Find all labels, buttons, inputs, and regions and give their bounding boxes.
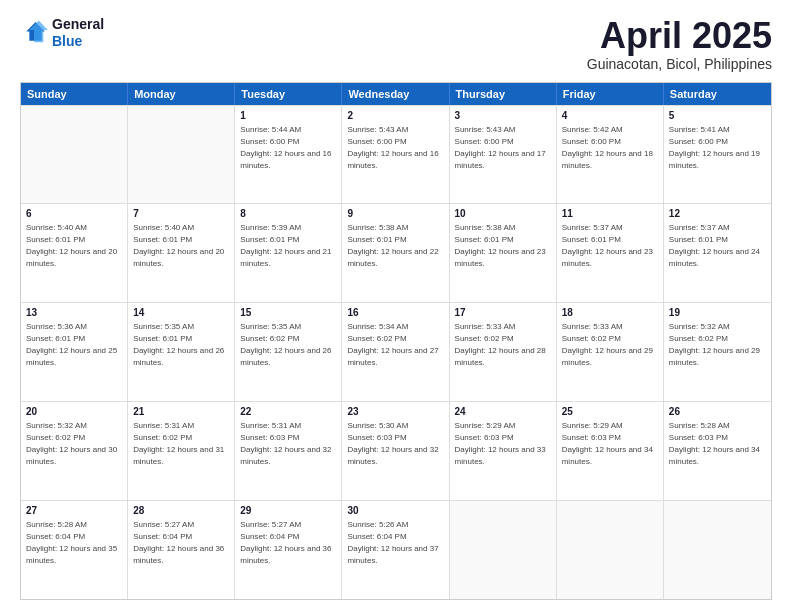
day-number: 25 [562, 405, 658, 419]
calendar-cell: 10Sunrise: 5:38 AM Sunset: 6:01 PM Dayli… [450, 204, 557, 302]
calendar-cell: 7Sunrise: 5:40 AM Sunset: 6:01 PM Daylig… [128, 204, 235, 302]
day-number: 11 [562, 207, 658, 221]
day-info: Sunrise: 5:39 AM Sunset: 6:01 PM Dayligh… [240, 222, 336, 270]
day-number: 4 [562, 109, 658, 123]
calendar-row: 6Sunrise: 5:40 AM Sunset: 6:01 PM Daylig… [21, 203, 771, 302]
day-info: Sunrise: 5:43 AM Sunset: 6:00 PM Dayligh… [347, 124, 443, 172]
calendar-body: 1Sunrise: 5:44 AM Sunset: 6:00 PM Daylig… [21, 105, 771, 599]
calendar-cell [664, 501, 771, 599]
day-number: 16 [347, 306, 443, 320]
calendar-cell: 21Sunrise: 5:31 AM Sunset: 6:02 PM Dayli… [128, 402, 235, 500]
day-info: Sunrise: 5:42 AM Sunset: 6:00 PM Dayligh… [562, 124, 658, 172]
day-number: 24 [455, 405, 551, 419]
day-info: Sunrise: 5:40 AM Sunset: 6:01 PM Dayligh… [26, 222, 122, 270]
day-number: 2 [347, 109, 443, 123]
logo: General Blue [20, 16, 104, 50]
day-info: Sunrise: 5:28 AM Sunset: 6:03 PM Dayligh… [669, 420, 766, 468]
subtitle: Guinacotan, Bicol, Philippines [587, 56, 772, 72]
day-number: 21 [133, 405, 229, 419]
day-number: 15 [240, 306, 336, 320]
day-info: Sunrise: 5:41 AM Sunset: 6:00 PM Dayligh… [669, 124, 766, 172]
day-number: 28 [133, 504, 229, 518]
calendar-cell: 12Sunrise: 5:37 AM Sunset: 6:01 PM Dayli… [664, 204, 771, 302]
day-number: 9 [347, 207, 443, 221]
calendar-cell: 4Sunrise: 5:42 AM Sunset: 6:00 PM Daylig… [557, 106, 664, 204]
calendar-cell: 14Sunrise: 5:35 AM Sunset: 6:01 PM Dayli… [128, 303, 235, 401]
day-info: Sunrise: 5:34 AM Sunset: 6:02 PM Dayligh… [347, 321, 443, 369]
calendar-cell: 25Sunrise: 5:29 AM Sunset: 6:03 PM Dayli… [557, 402, 664, 500]
day-info: Sunrise: 5:27 AM Sunset: 6:04 PM Dayligh… [240, 519, 336, 567]
calendar: SundayMondayTuesdayWednesdayThursdayFrid… [20, 82, 772, 600]
calendar-cell: 20Sunrise: 5:32 AM Sunset: 6:02 PM Dayli… [21, 402, 128, 500]
calendar-cell: 30Sunrise: 5:26 AM Sunset: 6:04 PM Dayli… [342, 501, 449, 599]
calendar-header-day: Monday [128, 83, 235, 105]
calendar-header-day: Wednesday [342, 83, 449, 105]
day-number: 26 [669, 405, 766, 419]
day-number: 22 [240, 405, 336, 419]
day-info: Sunrise: 5:30 AM Sunset: 6:03 PM Dayligh… [347, 420, 443, 468]
header: General Blue April 2025 Guinacotan, Bico… [20, 16, 772, 72]
calendar-cell: 16Sunrise: 5:34 AM Sunset: 6:02 PM Dayli… [342, 303, 449, 401]
day-info: Sunrise: 5:32 AM Sunset: 6:02 PM Dayligh… [669, 321, 766, 369]
day-info: Sunrise: 5:29 AM Sunset: 6:03 PM Dayligh… [562, 420, 658, 468]
day-number: 18 [562, 306, 658, 320]
calendar-cell: 19Sunrise: 5:32 AM Sunset: 6:02 PM Dayli… [664, 303, 771, 401]
day-info: Sunrise: 5:44 AM Sunset: 6:00 PM Dayligh… [240, 124, 336, 172]
title-block: April 2025 Guinacotan, Bicol, Philippine… [587, 16, 772, 72]
logo-general: General [52, 16, 104, 32]
day-number: 8 [240, 207, 336, 221]
calendar-cell: 5Sunrise: 5:41 AM Sunset: 6:00 PM Daylig… [664, 106, 771, 204]
calendar-header-day: Tuesday [235, 83, 342, 105]
calendar-row: 1Sunrise: 5:44 AM Sunset: 6:00 PM Daylig… [21, 105, 771, 204]
calendar-cell: 2Sunrise: 5:43 AM Sunset: 6:00 PM Daylig… [342, 106, 449, 204]
calendar-cell: 13Sunrise: 5:36 AM Sunset: 6:01 PM Dayli… [21, 303, 128, 401]
calendar-cell: 24Sunrise: 5:29 AM Sunset: 6:03 PM Dayli… [450, 402, 557, 500]
day-info: Sunrise: 5:43 AM Sunset: 6:00 PM Dayligh… [455, 124, 551, 172]
logo-blue: Blue [52, 33, 82, 49]
calendar-cell [450, 501, 557, 599]
calendar-header: SundayMondayTuesdayWednesdayThursdayFrid… [21, 83, 771, 105]
calendar-header-day: Friday [557, 83, 664, 105]
day-number: 12 [669, 207, 766, 221]
logo-text: General Blue [52, 16, 104, 50]
calendar-cell: 18Sunrise: 5:33 AM Sunset: 6:02 PM Dayli… [557, 303, 664, 401]
calendar-cell: 28Sunrise: 5:27 AM Sunset: 6:04 PM Dayli… [128, 501, 235, 599]
calendar-header-day: Thursday [450, 83, 557, 105]
calendar-cell: 27Sunrise: 5:28 AM Sunset: 6:04 PM Dayli… [21, 501, 128, 599]
day-number: 3 [455, 109, 551, 123]
calendar-cell [128, 106, 235, 204]
day-number: 19 [669, 306, 766, 320]
day-info: Sunrise: 5:38 AM Sunset: 6:01 PM Dayligh… [455, 222, 551, 270]
day-info: Sunrise: 5:37 AM Sunset: 6:01 PM Dayligh… [562, 222, 658, 270]
day-number: 23 [347, 405, 443, 419]
logo-icon [20, 19, 48, 47]
day-number: 10 [455, 207, 551, 221]
calendar-row: 27Sunrise: 5:28 AM Sunset: 6:04 PM Dayli… [21, 500, 771, 599]
day-info: Sunrise: 5:27 AM Sunset: 6:04 PM Dayligh… [133, 519, 229, 567]
calendar-cell [21, 106, 128, 204]
day-info: Sunrise: 5:26 AM Sunset: 6:04 PM Dayligh… [347, 519, 443, 567]
calendar-cell: 29Sunrise: 5:27 AM Sunset: 6:04 PM Dayli… [235, 501, 342, 599]
day-number: 7 [133, 207, 229, 221]
calendar-header-day: Sunday [21, 83, 128, 105]
page: General Blue April 2025 Guinacotan, Bico… [0, 0, 792, 612]
calendar-cell [557, 501, 664, 599]
day-number: 5 [669, 109, 766, 123]
main-title: April 2025 [587, 16, 772, 56]
day-number: 29 [240, 504, 336, 518]
day-info: Sunrise: 5:29 AM Sunset: 6:03 PM Dayligh… [455, 420, 551, 468]
calendar-cell: 26Sunrise: 5:28 AM Sunset: 6:03 PM Dayli… [664, 402, 771, 500]
day-info: Sunrise: 5:31 AM Sunset: 6:02 PM Dayligh… [133, 420, 229, 468]
day-number: 17 [455, 306, 551, 320]
calendar-cell: 23Sunrise: 5:30 AM Sunset: 6:03 PM Dayli… [342, 402, 449, 500]
day-info: Sunrise: 5:35 AM Sunset: 6:02 PM Dayligh… [240, 321, 336, 369]
day-info: Sunrise: 5:33 AM Sunset: 6:02 PM Dayligh… [562, 321, 658, 369]
calendar-row: 20Sunrise: 5:32 AM Sunset: 6:02 PM Dayli… [21, 401, 771, 500]
day-info: Sunrise: 5:38 AM Sunset: 6:01 PM Dayligh… [347, 222, 443, 270]
calendar-cell: 3Sunrise: 5:43 AM Sunset: 6:00 PM Daylig… [450, 106, 557, 204]
day-number: 6 [26, 207, 122, 221]
calendar-cell: 11Sunrise: 5:37 AM Sunset: 6:01 PM Dayli… [557, 204, 664, 302]
day-info: Sunrise: 5:36 AM Sunset: 6:01 PM Dayligh… [26, 321, 122, 369]
day-number: 14 [133, 306, 229, 320]
day-info: Sunrise: 5:35 AM Sunset: 6:01 PM Dayligh… [133, 321, 229, 369]
